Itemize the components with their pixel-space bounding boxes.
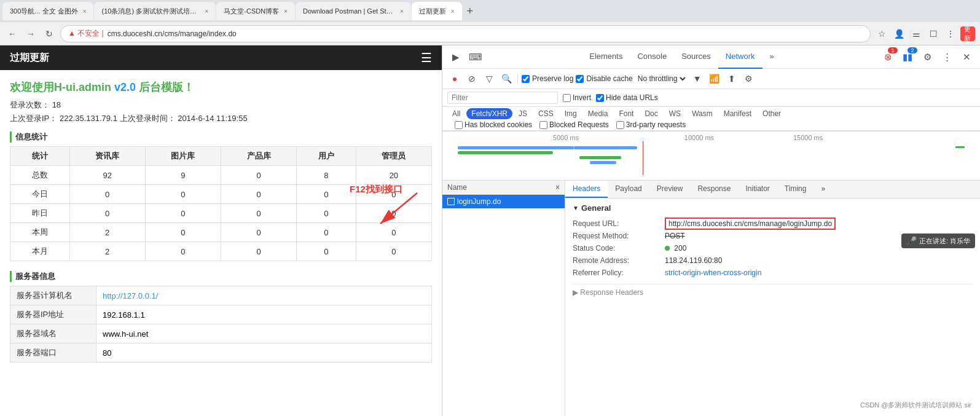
extensions-icon[interactable]: ⚌	[909, 26, 923, 41]
preserve-log-check[interactable]: Preserve log	[522, 74, 573, 83]
tab-2-close[interactable]: ×	[205, 8, 208, 15]
profile-icon[interactable]: 👤	[892, 26, 906, 41]
request-item-loginjump[interactable]: loginJump.do	[442, 195, 565, 208]
stats-col-2: 图片库	[145, 147, 221, 166]
devtools-tabs: ▶ ⌨ Elements Console Sources Network » ⊗…	[442, 45, 980, 69]
type-fetch-xhr[interactable]: Fetch/XHR	[466, 108, 512, 119]
new-tab-btn[interactable]: +	[463, 4, 477, 18]
search-icon[interactable]: 🔍	[499, 71, 514, 86]
csdn-text: CSDN @多测师软件测试培训师站 sir	[860, 401, 971, 409]
bookmark-icon[interactable]: ☆	[874, 26, 889, 41]
table-row: 本周20000	[10, 223, 432, 242]
third-party-check[interactable]: 3rd-party requests	[616, 120, 686, 129]
disable-cache-checkbox[interactable]	[576, 75, 584, 83]
stats-cell: 0	[221, 223, 296, 242]
general-header[interactable]: ▼ General	[573, 203, 973, 213]
timeline-bar-4	[579, 156, 622, 159]
type-font[interactable]: Font	[614, 108, 638, 119]
throttle-arrow-icon[interactable]: ▼	[690, 71, 705, 86]
type-doc[interactable]: Doc	[640, 108, 662, 119]
update-btn[interactable]: 更新	[960, 26, 975, 41]
third-party-checkbox[interactable]	[616, 121, 624, 129]
forward-btn[interactable]: →	[23, 26, 38, 41]
filter-input[interactable]	[447, 92, 558, 104]
more-options-icon[interactable]: ⋮	[938, 49, 955, 66]
record-btn[interactable]: ●	[447, 71, 462, 86]
detail-tab-more[interactable]: »	[813, 181, 833, 198]
refresh-btn[interactable]: ↻	[42, 26, 57, 41]
detail-tabs: Headers Payload Preview Response Initiat…	[565, 181, 980, 198]
more-icon[interactable]: ⋮	[943, 26, 958, 41]
blocked-requests-checkbox[interactable]	[539, 121, 547, 129]
tab-network[interactable]: Network	[718, 45, 762, 69]
settings-network-icon[interactable]: ⚙	[742, 71, 756, 86]
settings-icon[interactable]: ⚙	[919, 49, 936, 66]
type-manifest[interactable]: Manifest	[719, 108, 756, 119]
timeline-bar-2	[458, 151, 553, 154]
detail-tab-initiator[interactable]: Initiator	[738, 181, 777, 198]
message-badge-icon[interactable]: ▮▮ 2	[899, 49, 916, 66]
disable-cache-check[interactable]: Disable cache	[576, 74, 632, 83]
wifi-icon[interactable]: 📶	[707, 71, 722, 86]
type-other[interactable]: Other	[758, 108, 786, 119]
type-css[interactable]: CSS	[533, 108, 559, 119]
type-js[interactable]: JS	[514, 108, 532, 119]
hamburger-menu[interactable]: ☰	[421, 50, 432, 65]
detail-tab-preview[interactable]: Preview	[649, 181, 691, 198]
stop-icon[interactable]: ⊘	[465, 71, 479, 86]
error-badge-icon[interactable]: ⊗ 1	[879, 49, 896, 66]
close-devtools-icon[interactable]: ✕	[958, 49, 975, 66]
stats-cell: 0	[145, 242, 221, 261]
tab-more[interactable]: »	[762, 45, 782, 69]
blocked-cookies-check[interactable]: Has blocked cookies	[455, 120, 532, 129]
preserve-log-checkbox[interactable]	[522, 75, 530, 83]
type-all[interactable]: All	[447, 108, 465, 119]
tab-console[interactable]: Console	[630, 45, 674, 69]
hide-data-urls-label: Hide data URLs	[606, 93, 658, 102]
tab-sources[interactable]: Sources	[674, 45, 718, 69]
close-panel-btn[interactable]: ×	[555, 183, 560, 192]
tab-3-close[interactable]: ×	[284, 8, 288, 15]
type-img[interactable]: Img	[560, 108, 582, 119]
webpage-panel: 过期更新 ☰ 欢迎使用H-ui.admin v2.0 后台模版！ 登录次数： 1…	[0, 45, 442, 416]
detail-tab-timing[interactable]: Timing	[777, 181, 814, 198]
blocked-requests-check[interactable]: Blocked Requests	[539, 120, 609, 129]
detail-panel: Headers Payload Preview Response Initiat…	[565, 181, 980, 416]
webpage-title: 过期更新	[10, 52, 49, 65]
main-area: 过期更新 ☰ 欢迎使用H-ui.admin v2.0 后台模版！ 登录次数： 1…	[0, 45, 980, 416]
filter-icon[interactable]: ▽	[482, 71, 496, 86]
type-media[interactable]: Media	[583, 108, 613, 119]
minimize-icon[interactable]: ☐	[926, 26, 941, 41]
server-value: http://127.0.0.1/	[96, 286, 432, 305]
tab-5-active[interactable]: 过期更新 ×	[412, 2, 462, 20]
tab-5-close[interactable]: ×	[451, 8, 455, 15]
tab-3[interactable]: 马文堂-CSDN博客 ×	[216, 2, 295, 20]
tab-1-close[interactable]: ×	[83, 8, 87, 15]
tab-1[interactable]: 300导航... 全文 金图外 ×	[2, 2, 93, 20]
device-icon[interactable]: ⌨	[467, 49, 484, 66]
detail-tab-payload[interactable]: Payload	[608, 181, 649, 198]
cursor-icon[interactable]: ▶	[447, 49, 465, 66]
type-wasm[interactable]: Wasm	[687, 108, 718, 119]
server-link[interactable]: http://127.0.0.1/	[103, 291, 158, 300]
upload-icon[interactable]: ⬆	[724, 71, 739, 86]
invert-check[interactable]: Invert	[563, 93, 591, 102]
detail-tab-response[interactable]: Response	[690, 181, 738, 198]
throttle-select[interactable]: No throttling	[635, 74, 688, 84]
detail-tab-headers[interactable]: Headers	[565, 181, 608, 198]
back-btn[interactable]: ←	[5, 26, 20, 41]
hide-data-urls-check[interactable]: Hide data URLs	[596, 93, 658, 102]
server-value: 192.168.1.1	[96, 305, 432, 324]
tab-4-close[interactable]: ×	[400, 8, 404, 15]
type-ws[interactable]: WS	[664, 108, 686, 119]
tab-4[interactable]: Download Postman | Get Sta... ×	[296, 2, 411, 20]
server-label: 服务器IP地址	[10, 305, 96, 324]
hide-data-urls-checkbox[interactable]	[596, 94, 604, 102]
tab-2[interactable]: (10条消息) 多测试软件测试培训... ×	[94, 2, 216, 20]
table-row: 今日00000	[10, 185, 432, 204]
invert-checkbox[interactable]	[563, 94, 571, 102]
server-label: 服务器计算机名	[10, 286, 96, 305]
url-box[interactable]: ▲ 不安全 | cms.duoceshi.cn/cms/manage/index…	[60, 25, 871, 42]
tab-elements[interactable]: Elements	[582, 45, 630, 69]
blocked-cookies-checkbox[interactable]	[455, 121, 463, 129]
